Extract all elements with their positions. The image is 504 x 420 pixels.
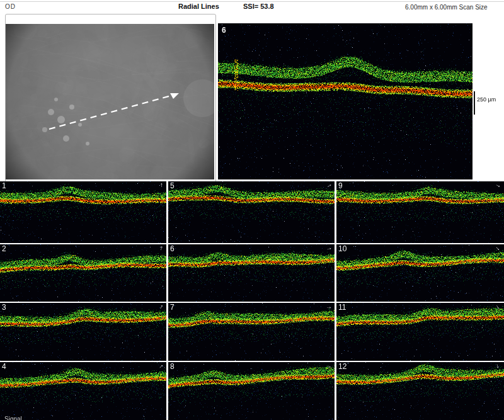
main-bscan-image[interactable]	[218, 23, 472, 179]
grid-horizontal-separator	[0, 302, 504, 303]
thumbnail-bscan-image[interactable]	[0, 181, 166, 243]
thumbnail-scan-3[interactable]: 3→	[0, 303, 166, 361]
thumbnail-number: 7	[170, 304, 175, 311]
scan-size-label: 6.00mm x 6.00mm Scan Size	[405, 4, 488, 11]
scan-orientation-arrow-icon: →	[157, 182, 164, 188]
thumbnail-bscan-image[interactable]	[336, 362, 504, 420]
oct-review-window: OD Radial Lines SSI= 53.8 6.00mm x 6.00m…	[0, 0, 504, 420]
thumbnail-bscan-image[interactable]	[336, 244, 504, 302]
thumbnail-scan-9[interactable]: 9→	[336, 181, 504, 243]
thumbnail-number: 3	[2, 304, 6, 311]
window-top-border	[0, 1, 504, 2]
thumbnail-scan-11[interactable]: 11→	[336, 303, 504, 361]
fundus-image[interactable]	[6, 24, 214, 179]
grid-horizontal-separator	[0, 243, 504, 244]
thumbnail-number: 6	[170, 245, 175, 253]
thumbnail-number: 11	[338, 304, 346, 311]
thumbnail-scan-4[interactable]: 4→	[0, 362, 166, 420]
thumbnail-scan-5[interactable]: 5→	[168, 181, 335, 243]
thumbnail-bscan-image[interactable]	[0, 303, 166, 361]
thumbnail-bscan-image[interactable]	[0, 244, 166, 302]
thumbnail-bscan-image[interactable]	[168, 303, 335, 361]
eye-label: OD	[5, 3, 16, 10]
thumbnail-number: 10	[338, 245, 346, 253]
thumbnail-bscan-image[interactable]	[336, 181, 504, 243]
thumbnail-bscan-image[interactable]	[336, 303, 504, 361]
grid-vertical-separator	[166, 181, 168, 420]
thumbnail-scan-10[interactable]: 10→	[336, 244, 504, 302]
thumbnail-number: 9	[338, 182, 343, 190]
thumbnail-scan-8[interactable]: 8→	[168, 362, 335, 420]
scale-bar	[474, 91, 475, 115]
thumbnail-bscan-image[interactable]	[168, 181, 335, 243]
main-bscan-number: 6	[222, 26, 226, 35]
thumbnail-scan-7[interactable]: 7→	[168, 303, 335, 361]
thumbnail-number: 12	[338, 363, 346, 370]
grid-vertical-separator	[335, 181, 336, 420]
thumbnail-scan-1[interactable]: 1→	[0, 181, 166, 243]
thumbnail-bscan-image[interactable]	[168, 244, 335, 302]
thumbnail-bscan-image[interactable]	[0, 362, 166, 420]
thumbnail-number: 2	[2, 245, 6, 253]
thumbnail-bscan-image[interactable]	[168, 362, 335, 420]
clipped-footer-label: Signal	[4, 416, 22, 420]
scan-type-title: Radial Lines	[178, 3, 219, 10]
ssi-value: SSI= 53.8	[243, 3, 274, 10]
scale-bar-label: 250 µm	[477, 96, 496, 103]
thumbnail-scan-12[interactable]: 12→	[336, 362, 504, 420]
thumbnail-number: 4	[2, 363, 6, 370]
scan-orientation-arrow-icon: →	[326, 303, 332, 310]
thumbnail-number: 1	[2, 182, 6, 190]
thumbnail-scan-2[interactable]: 2→	[0, 244, 166, 302]
grid-horizontal-separator	[0, 361, 504, 362]
thumbnail-scan-6[interactable]: 6→	[168, 244, 335, 302]
thumbnail-number: 8	[170, 363, 175, 370]
thumbnail-number: 5	[170, 182, 175, 190]
